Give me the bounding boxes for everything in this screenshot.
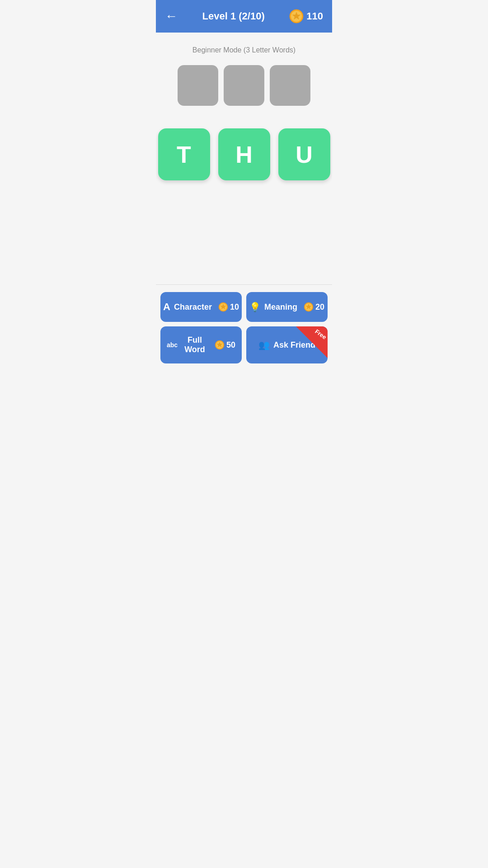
fullword-hint-label: Full Word [181, 335, 208, 354]
letter-tiles: T H U [158, 128, 330, 180]
coin-count: 110 [306, 10, 323, 22]
fullword-hint-icon: abc [167, 341, 178, 349]
header: ← Level 1 (2/10) 110 [156, 0, 332, 33]
answer-box-2 [224, 65, 264, 106]
fullword-hint-cost: 50 [215, 340, 235, 350]
answer-box-3 [270, 65, 310, 106]
tile-U[interactable]: U [278, 128, 330, 180]
back-button[interactable]: ← [165, 9, 178, 24]
meaning-hint-icon: 💡 [249, 302, 261, 312]
character-cost-num: 10 [230, 302, 239, 312]
hints-grid: A Character 10 💡 Meaning 2 [156, 292, 332, 371]
character-hint-icon: A [163, 301, 170, 313]
answer-boxes [178, 65, 310, 106]
askfriend-hint-button[interactable]: 👥 Ask Friend Free [246, 326, 328, 363]
main-content: Beginner Mode (3 Letter Words) T H U [156, 33, 332, 284]
mode-label: Beginner Mode (3 Letter Words) [192, 46, 296, 54]
tile-H[interactable]: H [218, 128, 270, 180]
meaning-cost-num: 20 [315, 302, 324, 312]
meaning-hint-label: Meaning [264, 302, 297, 312]
coins-display: 110 [289, 9, 323, 24]
level-title: Level 1 (2/10) [202, 10, 265, 22]
meaning-hint-button[interactable]: 💡 Meaning 20 [246, 292, 328, 322]
coin-icon [289, 9, 304, 24]
fullword-cost-num: 50 [226, 340, 235, 350]
free-badge-triangle [296, 326, 328, 358]
meaning-coin-icon [304, 302, 314, 312]
character-hint-label: Character [174, 302, 212, 312]
character-coin-icon [218, 302, 228, 312]
tile-T[interactable]: T [158, 128, 210, 180]
character-hint-button[interactable]: A Character 10 [160, 292, 242, 322]
fullword-hint-button[interactable]: abc Full Word 50 [160, 326, 242, 363]
character-hint-cost: 10 [218, 302, 239, 312]
askfriend-hint-icon: 👥 [258, 340, 270, 350]
hints-section: A Character 10 💡 Meaning 2 [156, 284, 332, 371]
fullword-coin-icon [215, 340, 225, 350]
meaning-hint-cost: 20 [304, 302, 324, 312]
bottom-area [156, 371, 332, 393]
answer-box-1 [178, 65, 218, 106]
